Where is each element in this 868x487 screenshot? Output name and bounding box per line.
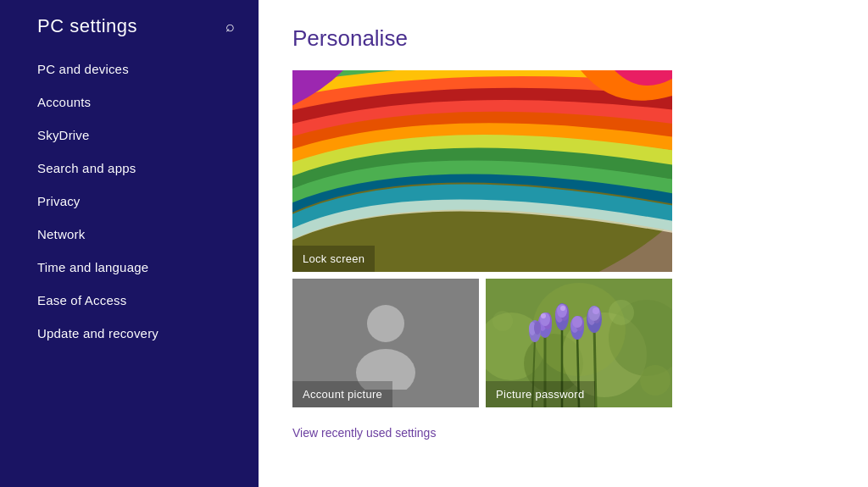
sidebar-item-privacy[interactable]: Privacy xyxy=(0,185,259,218)
sidebar-nav: PC and devicesAccountsSkyDriveSearch and… xyxy=(0,53,259,350)
sidebar-item-accounts[interactable]: Accounts xyxy=(0,86,259,119)
search-icon[interactable]: ⌕ xyxy=(225,18,235,36)
page-title: Personalise xyxy=(292,25,834,52)
main-content: Personalise xyxy=(259,0,868,487)
svg-point-38 xyxy=(609,300,634,325)
view-recently-link[interactable]: View recently used settings xyxy=(292,426,436,440)
sidebar-item-time-and-language[interactable]: Time and language xyxy=(0,251,259,284)
lock-screen-card[interactable]: Lock screen xyxy=(292,70,672,272)
svg-point-39 xyxy=(492,311,513,331)
svg-point-30 xyxy=(572,316,582,328)
picture-password-card[interactable]: Picture password xyxy=(486,279,672,407)
sidebar-item-search-and-apps[interactable]: Search and apps xyxy=(0,152,259,185)
sidebar: PC settings ⌕ PC and devicesAccountsSkyD… xyxy=(0,0,259,487)
lock-screen-label: Lock screen xyxy=(292,246,375,272)
account-picture-label: Account picture xyxy=(292,381,392,407)
sidebar-item-pc-and-devices[interactable]: PC and devices xyxy=(0,53,259,86)
sidebar-title: PC settings xyxy=(37,15,137,37)
svg-point-40 xyxy=(640,365,670,396)
sidebar-header: PC settings ⌕ xyxy=(0,0,259,53)
sidebar-item-network[interactable]: Network xyxy=(0,218,259,251)
svg-point-35 xyxy=(541,313,546,318)
sidebar-item-update-and-recovery[interactable]: Update and recovery xyxy=(0,317,259,350)
picture-password-label: Picture password xyxy=(486,381,595,407)
bottom-row: Account picture xyxy=(292,279,834,407)
sidebar-item-skydrive[interactable]: SkyDrive xyxy=(0,119,259,152)
lock-screen-image xyxy=(292,70,672,272)
svg-point-2 xyxy=(367,305,404,342)
images-grid: Lock screen Account picture xyxy=(292,70,834,407)
svg-point-36 xyxy=(560,306,565,311)
svg-point-37 xyxy=(593,307,599,314)
account-picture-card[interactable]: Account picture xyxy=(292,279,479,407)
sidebar-item-ease-of-access[interactable]: Ease of Access xyxy=(0,284,259,317)
svg-point-26 xyxy=(534,321,541,335)
